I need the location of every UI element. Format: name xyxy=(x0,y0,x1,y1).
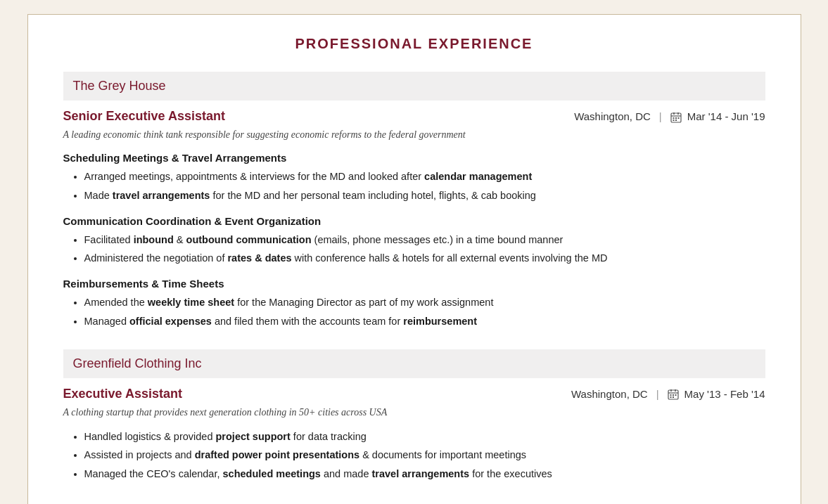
svg-rect-4 xyxy=(673,117,674,119)
bullet-list-communication: Facilitated inbound & outbound communica… xyxy=(63,233,765,267)
svg-rect-15 xyxy=(675,394,676,396)
section-communication: Communication Coordination & Event Organ… xyxy=(63,215,765,267)
separator-1: | xyxy=(659,110,662,122)
svg-rect-7 xyxy=(673,119,674,121)
bullet-item: Arranged meetings, appointments & interv… xyxy=(84,169,765,185)
company-description-2: A clothing startup that provides next ge… xyxy=(63,407,765,418)
calendar-icon-2 xyxy=(668,389,679,400)
job-title-2: Executive Assistant xyxy=(63,387,182,401)
company-header-1: The Grey House xyxy=(63,72,765,101)
svg-rect-16 xyxy=(670,396,671,398)
experience-block-1: The Grey House Senior Executive Assistan… xyxy=(63,72,765,330)
svg-rect-17 xyxy=(673,396,674,398)
section-reimbursements: Reimbursements & Time Sheets Amended the… xyxy=(63,278,765,330)
job-meta-2: Washington, DC | May '13 - Feb '14 xyxy=(571,388,765,400)
bullet-item: Administered the negotiation of rates & … xyxy=(84,251,765,266)
section-title-reimbursements: Reimbursements & Time Sheets xyxy=(63,278,765,290)
bullet-item: Managed official expenses and filed them… xyxy=(84,314,765,330)
section-scheduling: Scheduling Meetings & Travel Arrangement… xyxy=(63,152,765,204)
company-description-1: A leading economic think tank responsibl… xyxy=(63,129,765,141)
bullet-list-scheduling: Arranged meetings, appointments & interv… xyxy=(63,169,765,204)
svg-rect-13 xyxy=(670,394,671,396)
bullet-item: Assisted in projects and drafted power p… xyxy=(84,448,765,463)
experience-block-2: Greenfield Clothing Inc Executive Assist… xyxy=(63,349,765,482)
separator-2: | xyxy=(656,388,659,400)
calendar-icon-1 xyxy=(670,112,682,123)
job-title-1: Senior Executive Assistant xyxy=(63,109,225,124)
job-meta-1: Washington, DC | Mar '14 - Jun '19 xyxy=(574,110,765,122)
section-greenfield: Handled logistics & provided project sup… xyxy=(63,429,765,482)
location-2: Washington, DC xyxy=(571,388,648,400)
svg-rect-5 xyxy=(675,117,677,119)
bullet-item: Managed the CEO's calendar, scheduled me… xyxy=(84,467,765,482)
company-header-2: Greenfield Clothing Inc xyxy=(63,349,765,378)
company-name-2: Greenfield Clothing Inc xyxy=(73,356,202,370)
location-1: Washington, DC xyxy=(574,110,651,122)
job-title-row-1: Senior Executive Assistant Washington, D… xyxy=(63,109,765,124)
date-range-2: May '13 - Feb '14 xyxy=(684,388,765,400)
bullet-item: Amended the weekly time sheet for the Ma… xyxy=(84,295,765,311)
bullet-item: Facilitated inbound & outbound communica… xyxy=(84,233,765,248)
section-title-communication: Communication Coordination & Event Organ… xyxy=(63,215,765,227)
svg-rect-14 xyxy=(673,394,674,396)
bullet-list-reimbursements: Amended the weekly time sheet for the Ma… xyxy=(63,295,765,330)
bullet-item: Handled logistics & provided project sup… xyxy=(84,429,765,445)
resume-container: PROFESSIONAL EXPERIENCE The Grey House S… xyxy=(27,14,801,504)
page-title: PROFESSIONAL EXPERIENCE xyxy=(63,36,765,52)
bullet-list-greenfield: Handled logistics & provided project sup… xyxy=(63,429,765,482)
section-title-scheduling: Scheduling Meetings & Travel Arrangement… xyxy=(63,152,765,164)
date-range-1: Mar '14 - Jun '19 xyxy=(687,110,765,122)
svg-rect-8 xyxy=(675,119,677,121)
job-title-row-2: Executive Assistant Washington, DC | May… xyxy=(63,387,765,401)
company-name-1: The Grey House xyxy=(73,79,166,93)
bullet-item: Made travel arrangements for the MD and … xyxy=(84,188,765,204)
svg-rect-6 xyxy=(677,117,679,119)
